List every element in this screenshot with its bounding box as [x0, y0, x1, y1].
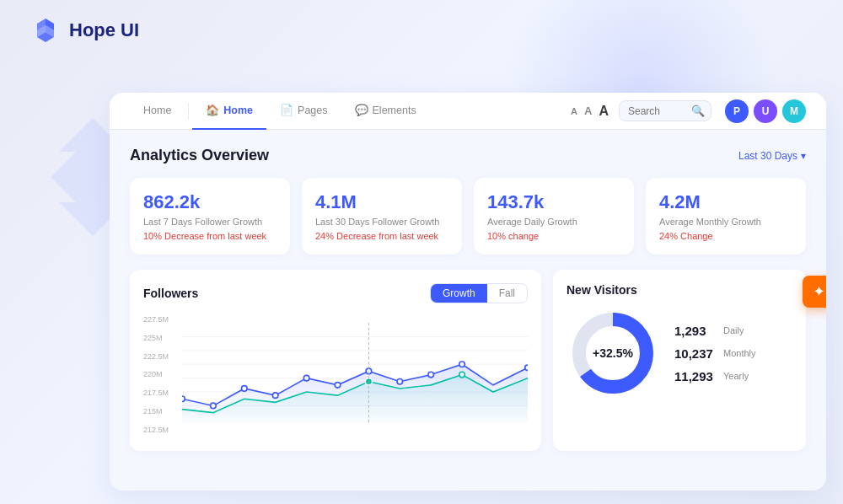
- font-large-btn[interactable]: A: [599, 104, 609, 119]
- blue-dot-3: [272, 393, 278, 399]
- blue-dot-7: [397, 378, 403, 384]
- nav-avatar-2[interactable]: U: [754, 99, 777, 123]
- visitor-stat-yearly: 11,293 Yearly: [674, 369, 756, 383]
- analytics-title: Analytics Overview: [130, 147, 269, 164]
- visitor-monthly-value: 10,237: [674, 346, 717, 361]
- chevron-down-icon: ▾: [801, 150, 806, 162]
- stat-change-text-0: 10% Decrease from last week: [143, 231, 266, 241]
- chart-toggle: Growth Fall: [430, 283, 528, 303]
- donut-container: +32.5%: [566, 307, 659, 399]
- floating-btn-icon: ✦: [813, 282, 825, 301]
- pages-icon: 📄: [280, 104, 293, 116]
- nav-home-plain-label: Home: [143, 105, 171, 116]
- visitors-card: New Visitors +32.5%: [553, 270, 806, 451]
- stat-change-text-1: 24% Decrease from last week: [315, 231, 438, 241]
- stat-card-2: 143.7k Average Daily Growth 10% change: [474, 178, 634, 255]
- home-icon: 🏠: [206, 104, 219, 116]
- followers-chart-svg: [182, 312, 528, 434]
- stat-change-3: 24% Change: [659, 231, 792, 241]
- stat-card-3: 4.2M Average Monthly Growth 24% Change: [646, 178, 806, 255]
- visitors-content: +32.5% 1,293 Daily 10,237 Monthly: [566, 307, 792, 399]
- logo-icon: [30, 15, 61, 46]
- visitors-stats: 1,293 Daily 10,237 Monthly 11,293 Yearly: [674, 324, 756, 383]
- nav-item-home-active[interactable]: 🏠 Home: [192, 93, 266, 130]
- font-medium-btn[interactable]: A: [584, 105, 592, 117]
- bottom-section: Followers Growth Fall 227.5M 225M 222.5M…: [130, 270, 806, 451]
- stat-value-2: 143.7k: [487, 191, 620, 213]
- nav-bar: Home 🏠 Home 📄 Pages 💬 Elements A A A 🔍 P…: [110, 93, 826, 130]
- content-area: Analytics Overview Last 30 Days ▾ 862.2k…: [110, 130, 826, 468]
- stat-value-3: 4.2M: [659, 191, 792, 213]
- nav-avatar-1[interactable]: P: [725, 99, 749, 123]
- top-header: Hope UI: [0, 0, 843, 61]
- stat-change-2: 10% change: [487, 231, 620, 241]
- toggle-fall-btn[interactable]: Fall: [487, 284, 527, 303]
- blue-dot-11: [525, 365, 528, 371]
- stat-value-0: 862.2k: [143, 191, 277, 213]
- font-small-btn[interactable]: A: [571, 106, 577, 116]
- visitor-yearly-value: 11,293: [674, 369, 717, 383]
- y-label-4: 217.5M: [143, 389, 177, 397]
- y-axis-labels: 227.5M 225M 222.5M 220M 217.5M 215M 212.…: [143, 312, 177, 437]
- chart-svg-container: [182, 312, 528, 437]
- y-label-3: 220M: [143, 370, 177, 378]
- visitors-title: New Visitors: [566, 283, 792, 297]
- date-range-label: Last 30 Days: [738, 150, 797, 162]
- blue-dot-9: [459, 362, 465, 367]
- nav-item-elements[interactable]: 💬 Elements: [341, 93, 430, 130]
- stat-label-3: Average Monthly Growth: [659, 217, 792, 227]
- nav-pages-label: Pages: [298, 105, 327, 116]
- elements-icon: 💬: [355, 104, 368, 116]
- font-size-controls: A A A: [571, 104, 609, 119]
- visitor-monthly-label: Monthly: [723, 348, 756, 358]
- date-range-selector[interactable]: Last 30 Days ▾: [738, 150, 806, 162]
- nav-item-home-plain[interactable]: Home: [130, 93, 185, 130]
- teal-dot-9: [459, 372, 465, 378]
- visitor-yearly-label: Yearly: [723, 371, 749, 381]
- followers-header: Followers Growth Fall: [143, 283, 528, 303]
- stat-change-1: 24% Decrease from last week: [315, 231, 448, 241]
- blue-dot-2: [242, 386, 248, 392]
- stat-label-0: Last 7 Days Follower Growth: [143, 217, 277, 227]
- floating-action-btn[interactable]: ✦: [803, 276, 826, 308]
- y-label-5: 215M: [143, 407, 177, 416]
- y-label-2: 222.5M: [143, 352, 177, 361]
- stat-label-2: Average Daily Growth: [487, 217, 620, 227]
- y-label-6: 212.5M: [143, 426, 177, 434]
- nav-avatar-3[interactable]: M: [782, 99, 806, 123]
- blue-dot-1: [211, 403, 217, 409]
- search-bar[interactable]: 🔍: [619, 100, 711, 121]
- dashboard-card: Home 🏠 Home 📄 Pages 💬 Elements A A A 🔍 P…: [110, 93, 826, 491]
- logo-title: Hope UI: [69, 19, 139, 41]
- y-label-0: 227.5M: [143, 315, 177, 324]
- nav-home-active-label: Home: [223, 105, 253, 116]
- nav-elements-label: Elements: [373, 105, 416, 116]
- donut-center-value: +32.5%: [593, 346, 633, 360]
- visitor-stat-monthly: 10,237 Monthly: [674, 346, 756, 361]
- blue-dot-4: [303, 375, 309, 381]
- visitor-daily-value: 1,293: [674, 324, 717, 338]
- blue-dot-0: [182, 396, 185, 402]
- blue-dot-5: [335, 383, 341, 389]
- stat-card-0: 862.2k Last 7 Days Follower Growth 10% D…: [130, 178, 290, 255]
- toggle-growth-btn[interactable]: Growth: [431, 284, 487, 303]
- y-label-1: 225M: [143, 334, 177, 342]
- stat-label-1: Last 30 Days Follower Growth: [315, 217, 448, 227]
- stat-value-1: 4.1M: [315, 191, 448, 213]
- visitor-stat-daily: 1,293 Daily: [674, 324, 756, 338]
- stat-cards: 862.2k Last 7 Days Follower Growth 10% D…: [130, 178, 806, 255]
- followers-card: Followers Growth Fall 227.5M 225M 222.5M…: [130, 270, 541, 451]
- stat-change-text-3: 24% Change: [659, 231, 713, 241]
- nav-divider-1: [188, 103, 189, 120]
- followers-title: Followers: [143, 287, 198, 300]
- search-input[interactable]: [628, 105, 691, 117]
- stat-change-text-2: 10% change: [487, 231, 539, 241]
- analytics-header: Analytics Overview Last 30 Days ▾: [130, 147, 806, 164]
- stat-change-0: 10% Decrease from last week: [143, 231, 277, 241]
- chart-with-labels: 227.5M 225M 222.5M 220M 217.5M 215M 212.…: [143, 312, 528, 437]
- search-icon: 🔍: [691, 105, 705, 117]
- blue-dot-8: [428, 372, 434, 378]
- nav-item-pages[interactable]: 📄 Pages: [266, 93, 341, 130]
- stat-card-1: 4.1M Last 30 Days Follower Growth 24% De…: [302, 178, 462, 255]
- visitor-daily-label: Daily: [723, 325, 744, 335]
